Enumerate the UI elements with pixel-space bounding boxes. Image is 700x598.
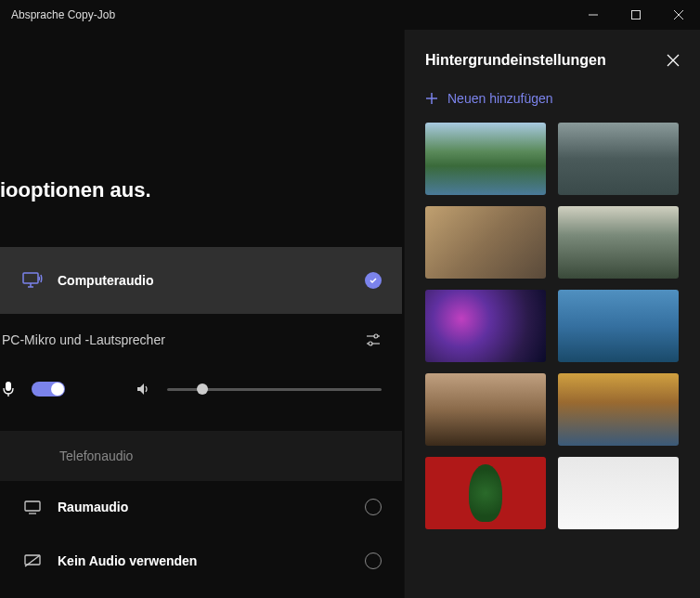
computer-audio-label: Computeraudio bbox=[58, 273, 365, 288]
background-grid bbox=[425, 123, 680, 529]
audio-options-heading: iooptionen aus. bbox=[0, 178, 402, 202]
room-audio-radio[interactable] bbox=[365, 499, 382, 515]
minimize-button[interactable] bbox=[572, 0, 615, 30]
window-title: Absprache Copy-Job bbox=[11, 8, 115, 21]
svg-rect-4 bbox=[23, 273, 38, 283]
room-audio-icon bbox=[20, 500, 45, 514]
svg-point-8 bbox=[374, 334, 378, 338]
background-tile[interactable] bbox=[425, 373, 546, 446]
audio-controls-row bbox=[0, 364, 402, 414]
svg-rect-13 bbox=[25, 501, 40, 511]
no-audio-label: Kein Audio verwenden bbox=[58, 553, 365, 568]
room-audio-option[interactable]: Raumaudio bbox=[0, 481, 402, 533]
selected-check-icon bbox=[365, 272, 382, 289]
audio-device-row[interactable]: PC-Mikro und -Lautsprecher bbox=[0, 316, 402, 364]
svg-rect-11 bbox=[6, 382, 11, 391]
room-audio-label: Raumaudio bbox=[58, 500, 365, 514]
background-tile[interactable] bbox=[425, 290, 546, 362]
no-audio-icon bbox=[20, 553, 45, 568]
device-settings-icon[interactable] bbox=[365, 332, 382, 347]
background-tile[interactable] bbox=[558, 206, 679, 279]
background-tile[interactable] bbox=[558, 457, 679, 529]
computer-audio-icon bbox=[20, 271, 45, 290]
volume-slider[interactable] bbox=[167, 388, 382, 391]
no-audio-option[interactable]: Kein Audio verwenden bbox=[0, 535, 402, 587]
close-window-button[interactable] bbox=[657, 0, 700, 30]
background-tile[interactable] bbox=[425, 123, 546, 195]
background-tile[interactable] bbox=[425, 457, 546, 529]
background-tile[interactable] bbox=[558, 290, 679, 362]
microphone-toggle[interactable] bbox=[32, 382, 65, 396]
audio-device-label: PC-Mikro und -Lautsprecher bbox=[2, 332, 365, 347]
background-settings-pane: Hintergrundeinstellungen Neuen hinzufüge… bbox=[405, 30, 700, 598]
background-tile[interactable] bbox=[558, 123, 679, 195]
close-panel-button[interactable] bbox=[667, 54, 680, 67]
plus-icon bbox=[425, 92, 438, 105]
no-audio-radio[interactable] bbox=[365, 552, 382, 569]
add-new-label: Neuen hinzufügen bbox=[447, 91, 553, 106]
maximize-button[interactable] bbox=[615, 0, 657, 30]
add-new-background-button[interactable]: Neuen hinzufügen bbox=[425, 91, 680, 106]
phone-audio-label: Telefonaudio bbox=[59, 448, 133, 463]
background-settings-title: Hintergrundeinstellungen bbox=[425, 52, 667, 69]
svg-rect-1 bbox=[632, 11, 641, 20]
background-tile[interactable] bbox=[558, 373, 679, 446]
volume-thumb[interactable] bbox=[197, 384, 208, 395]
titlebar: Absprache Copy-Job bbox=[0, 0, 700, 30]
svg-point-10 bbox=[369, 342, 372, 345]
background-tile[interactable] bbox=[425, 206, 546, 279]
audio-options-pane: iooptionen aus. Computeraudio PC-Mikro u… bbox=[0, 30, 405, 598]
phone-audio-option[interactable]: Telefonaudio bbox=[0, 431, 402, 481]
computer-audio-option[interactable]: Computeraudio bbox=[0, 247, 402, 314]
microphone-icon[interactable] bbox=[2, 381, 15, 397]
speaker-icon[interactable] bbox=[136, 382, 150, 396]
